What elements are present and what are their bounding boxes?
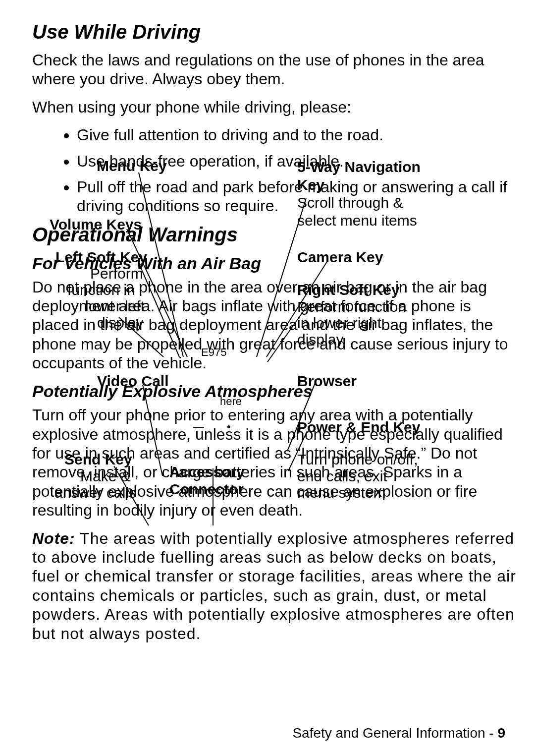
- overlay-mark: •: [227, 420, 231, 433]
- overlay-mark: here: [220, 395, 242, 408]
- overlay-mark: —: [193, 420, 204, 433]
- label-5way-nav-desc: Scroll through &: [297, 194, 403, 211]
- label-5way-nav-key: 5-Way Navigation: [297, 159, 421, 175]
- label-power-end-desc: menu system: [297, 484, 385, 501]
- label-menu-key: Menu Key: [97, 158, 167, 174]
- label-left-soft-key-desc: Perform: [90, 265, 143, 282]
- page-number: 9: [497, 725, 505, 741]
- note-label: Note:: [32, 529, 75, 547]
- page-footer: Safety and General Information - 9: [292, 725, 505, 741]
- label-right-soft-key-desc: display: [297, 331, 343, 348]
- label-send-key-desc: answer calls: [54, 484, 136, 501]
- label-send-key: Send Key: [64, 451, 132, 467]
- label-left-soft-key-desc: function in: [67, 282, 135, 298]
- heading-use-while-driving: Use While Driving: [32, 20, 518, 44]
- footer-label: Safety and General Information -: [292, 725, 497, 741]
- label-right-soft-key-desc: Perform function: [297, 298, 406, 315]
- para-when-using: When using your phone while driving, ple…: [32, 98, 518, 116]
- para-note: Note: The areas with potentially explosi…: [32, 529, 518, 643]
- label-accessory-connector: Connector: [169, 481, 244, 497]
- note-text: The areas with potentially explosive atm…: [32, 529, 516, 642]
- label-send-key-desc: Make &: [80, 468, 131, 484]
- label-video-call: Video Call: [97, 373, 169, 389]
- label-right-soft-key: Right Soft Key: [297, 282, 400, 298]
- label-accessory-connector: Accessory: [169, 464, 245, 480]
- label-5way-nav-key: Key: [297, 176, 324, 193]
- label-left-soft-key-desc: display: [97, 314, 143, 331]
- label-power-end-key: Power & End Key: [297, 419, 420, 435]
- para-check-laws: Check the laws and regulations on the us…: [32, 51, 518, 89]
- label-volume-keys: Volume Keys: [50, 216, 142, 233]
- label-left-soft-key: Left Soft Key: [55, 249, 147, 265]
- label-left-soft-key-desc: lower left: [85, 298, 145, 314]
- label-browser: Browser: [297, 373, 357, 389]
- overlay-mark: E975: [201, 346, 226, 359]
- label-right-soft-key-desc: in lower right: [297, 315, 381, 331]
- label-5way-nav-desc: select menu items: [297, 212, 417, 229]
- label-power-end-desc: Turn phone on/off,: [297, 451, 418, 467]
- label-power-end-desc: end calls, exit: [297, 468, 387, 484]
- label-camera-key: Camera Key: [297, 249, 383, 265]
- list-item: Give full attention to driving and to th…: [77, 125, 518, 144]
